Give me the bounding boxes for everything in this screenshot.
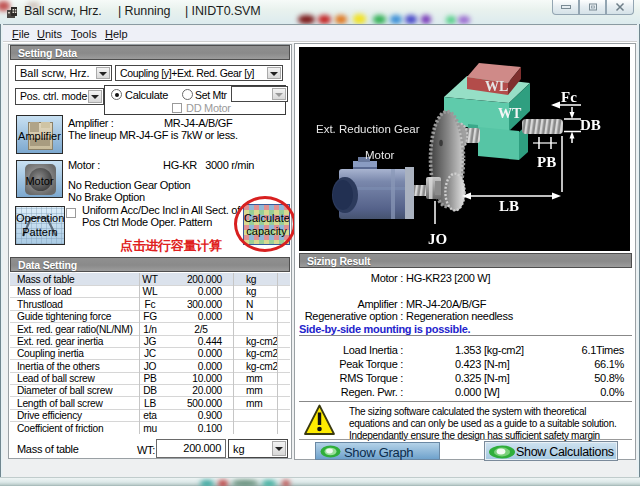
svg-text:Motor: Motor (365, 149, 395, 161)
svg-text:Ext. Reduction Gear: Ext. Reduction Gear (316, 123, 420, 135)
svg-text:WT: WT (498, 106, 522, 121)
svg-text:DB: DB (580, 117, 601, 133)
svg-text:Fc: Fc (561, 89, 577, 105)
svg-text:JO: JO (428, 231, 447, 247)
svg-text:WL: WL (485, 79, 508, 94)
svg-text:PB: PB (537, 154, 556, 170)
svg-text:LB: LB (499, 198, 519, 214)
